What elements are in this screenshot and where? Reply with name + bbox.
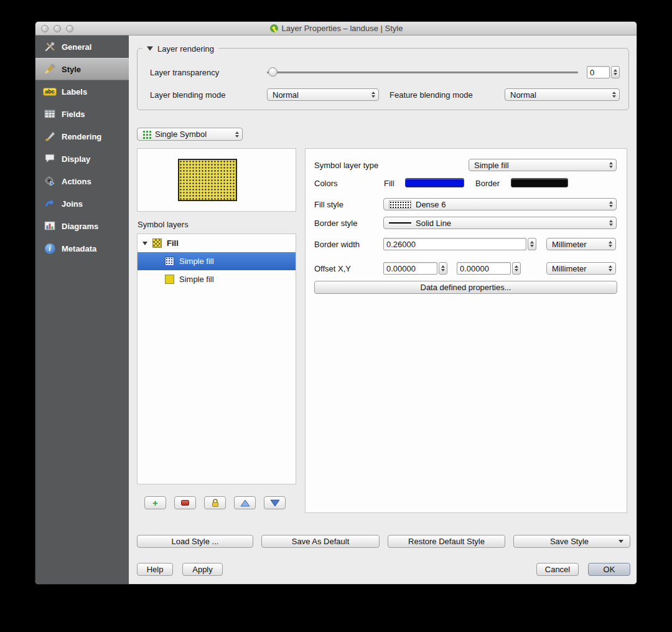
border-width-input[interactable] [383, 238, 526, 250]
properties-sidebar: General Style abc Labels [35, 35, 129, 584]
tree-item-fill[interactable]: Fill [138, 234, 296, 252]
tree-item-label: Fill [167, 238, 179, 248]
save-as-default-button[interactable]: Save As Default [261, 535, 380, 548]
border-style-dropdown[interactable]: Solid Line [383, 217, 617, 229]
join-arrow-icon [43, 197, 57, 210]
layer-rendering-legend[interactable]: Layer rendering [142, 44, 218, 54]
plus-icon: + [152, 498, 158, 507]
offset-unit-dropdown[interactable]: Millimeter [546, 262, 616, 275]
transparency-value-input[interactable] [587, 66, 610, 78]
collapse-triangle-icon[interactable] [147, 47, 153, 51]
sidebar-item-general[interactable]: General [35, 35, 129, 58]
titlebar[interactable]: Layer Properties – landuse | Style [35, 22, 637, 35]
tree-item-simple-fill-1[interactable]: Simple fill [138, 252, 296, 270]
sidebar-item-rendering[interactable]: Rendering [35, 125, 129, 148]
data-defined-properties-button[interactable]: Data defined properties... [314, 281, 617, 294]
border-color-well[interactable] [511, 178, 568, 187]
slider-handle[interactable] [268, 67, 278, 77]
border-width-label: Border width [314, 240, 360, 249]
offset-x-input[interactable] [383, 262, 437, 275]
close-button[interactable] [41, 25, 49, 32]
tree-item-simple-fill-2[interactable]: Simple fill [138, 270, 296, 288]
layer-properties-window: Layer Properties – landuse | Style Gener… [35, 22, 637, 584]
symbol-preview-swatch [178, 159, 237, 201]
cancel-button[interactable]: Cancel [536, 563, 579, 576]
offset-y-input[interactable] [457, 262, 511, 275]
sidebar-item-label: Labels [62, 87, 87, 97]
fill-color-well[interactable] [405, 178, 464, 187]
symbol-layers-label: Symbol layers [138, 220, 189, 229]
dropdown-value: Dense 6 [416, 200, 446, 209]
sidebar-item-metadata[interactable]: i Metadata [35, 237, 129, 260]
sidebar-item-label: Fields [62, 110, 85, 119]
sidebar-item-labels[interactable]: abc Labels [35, 80, 129, 103]
move-layer-up-button[interactable] [234, 496, 256, 509]
window-title: Layer Properties – landuse | Style [282, 24, 403, 33]
move-layer-down-button[interactable] [264, 496, 286, 509]
qgis-app-icon [269, 24, 279, 33]
group-title: Layer rendering [157, 44, 214, 54]
save-style-button[interactable]: Save Style [513, 535, 630, 548]
ok-button[interactable]: OK [588, 563, 630, 576]
sidebar-item-style[interactable]: Style [35, 58, 129, 80]
simple-fill-swatch-icon [165, 275, 174, 284]
zoom-button[interactable] [66, 25, 73, 32]
sidebar-item-label: Display [62, 154, 90, 164]
lock-symbol-layer-button[interactable] [204, 496, 226, 509]
tree-item-label: Simple fill [179, 275, 214, 284]
step-up-icon [614, 69, 617, 72]
sidebar-item-joins[interactable]: Joins [35, 192, 129, 215]
dropdown-arrows-icon [609, 201, 613, 207]
lock-icon [210, 498, 220, 508]
restore-default-style-button[interactable]: Restore Default Style [388, 535, 505, 548]
sidebar-item-label: Metadata [62, 244, 96, 253]
transparency-slider[interactable] [267, 67, 578, 77]
fill-color-label: Fill [384, 179, 394, 188]
step-down-icon [614, 73, 617, 75]
dropdown-arrows-icon [609, 241, 612, 247]
sidebar-item-label: Style [62, 65, 81, 74]
remove-symbol-layer-button[interactable] [174, 496, 196, 509]
add-symbol-layer-button[interactable]: + [144, 496, 166, 509]
dropdown-arrows-icon [609, 265, 612, 271]
minimize-button[interactable] [54, 25, 61, 32]
sidebar-item-actions[interactable]: Actions [35, 170, 129, 192]
offset-y-stepper[interactable] [512, 262, 521, 275]
sidebar-item-fields[interactable]: Fields [35, 103, 129, 125]
sidebar-item-diagrams[interactable]: Diagrams [35, 215, 129, 237]
slider-track[interactable] [267, 72, 578, 73]
transparency-stepper[interactable] [611, 66, 620, 78]
dropdown-arrows-icon [371, 92, 375, 98]
border-width-unit-dropdown[interactable]: Millimeter [546, 238, 616, 250]
renderer-dropdown[interactable]: Single Symbol [137, 128, 243, 141]
feature-blending-label: Feature blending mode [390, 90, 497, 100]
help-button[interactable]: Help [137, 563, 173, 576]
down-arrow-icon [270, 499, 280, 507]
symbol-layer-type-dropdown[interactable]: Simple fill [469, 159, 617, 171]
desktop: { "window": { "title": "Layer Properties… [0, 0, 672, 632]
expand-triangle-icon[interactable] [142, 242, 147, 245]
table-grid-icon [43, 108, 57, 120]
border-style-label: Border style [314, 219, 357, 228]
symbol-layers-tree: Fill Simple fill Simple fill [137, 233, 296, 484]
load-style-button[interactable]: Load Style ... [137, 535, 253, 548]
dense-pattern-preview-icon [389, 200, 411, 209]
window-title-area: Layer Properties – landuse | Style [35, 24, 637, 33]
offset-x-stepper[interactable] [439, 262, 447, 275]
fill-style-dropdown[interactable]: Dense 6 [383, 198, 617, 210]
sidebar-item-label: Rendering [62, 132, 101, 141]
paintbrush-icon [43, 63, 57, 75]
border-width-stepper[interactable] [528, 238, 536, 250]
sidebar-item-label: Diagrams [62, 222, 98, 231]
layer-blending-label: Layer blending mode [150, 90, 267, 100]
sidebar-item-display[interactable]: Display [35, 148, 129, 170]
dropdown-arrows-icon [612, 92, 616, 98]
info-icon: i [43, 242, 57, 255]
layer-blending-dropdown[interactable]: Normal [267, 88, 379, 101]
feature-blending-dropdown[interactable]: Normal [505, 88, 620, 101]
sidebar-item-label: Actions [62, 177, 91, 186]
apply-button[interactable]: Apply [182, 563, 223, 576]
wrench-hammer-icon [43, 40, 57, 53]
offset-label: Offset X,Y [314, 264, 351, 273]
dropdown-value: Normal [273, 90, 299, 100]
